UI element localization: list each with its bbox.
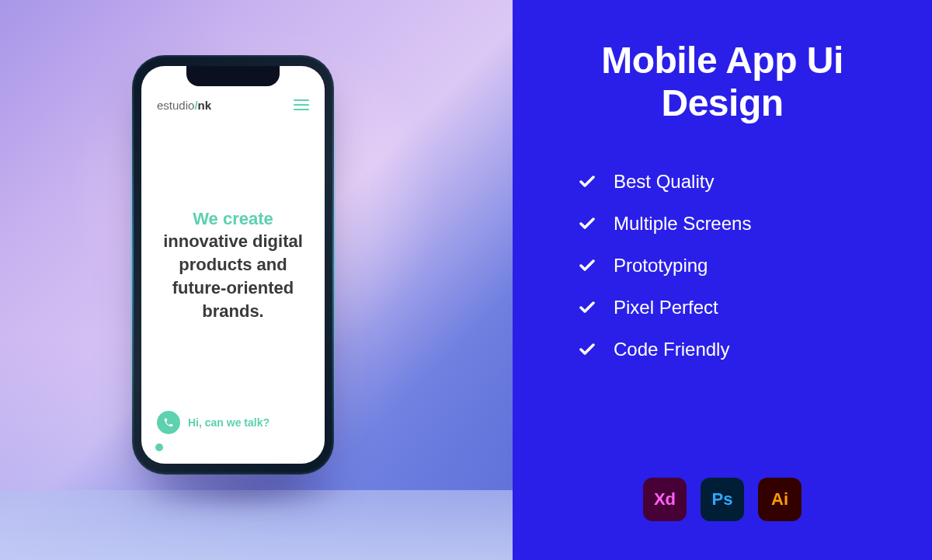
panel-title: Mobile App Ui Design — [547, 39, 898, 124]
check-icon — [578, 340, 596, 359]
logo-prefix: estudio — [157, 99, 194, 112]
chat-cta[interactable]: Hi, can we talk? — [157, 411, 309, 434]
chat-label: Hi, can we talk? — [188, 416, 270, 429]
check-icon — [578, 256, 596, 275]
logo-suffix: nk — [198, 99, 212, 112]
feature-item: Prototyping — [578, 255, 898, 277]
feature-label: Code Friendly — [614, 339, 729, 360]
feature-label: Multiple Screens — [614, 213, 751, 235]
hero-accent: We create — [193, 209, 273, 228]
feature-list: Best Quality Multiple Screens Prototypin… — [547, 171, 898, 462]
phone-shadow — [127, 471, 363, 510]
feature-label: Prototyping — [614, 255, 708, 277]
phone-call-icon — [157, 411, 180, 434]
adobe-photoshop-icon: Ps — [701, 478, 744, 521]
indicator-dot — [155, 443, 163, 451]
feature-label: Best Quality — [614, 171, 714, 193]
check-icon — [578, 172, 596, 191]
feature-item: Code Friendly — [578, 339, 898, 360]
hero-text: We create innovative digital products an… — [157, 120, 309, 411]
menu-icon[interactable] — [294, 99, 309, 110]
hero-body: innovative digital products and future-o… — [163, 231, 303, 320]
feature-label: Pixel Perfect — [614, 297, 718, 318]
tool-icons: Xd Ps Ai — [547, 478, 898, 521]
feature-item: Best Quality — [578, 171, 898, 193]
phone-frame: estudio/nk We create innovative digital … — [132, 55, 334, 475]
feature-item: Pixel Perfect — [578, 297, 898, 318]
info-panel: Mobile App Ui Design Best Quality Multip… — [513, 0, 932, 560]
check-icon — [578, 298, 596, 317]
check-icon — [578, 214, 596, 233]
feature-item: Multiple Screens — [578, 213, 898, 235]
logo[interactable]: estudio/nk — [157, 99, 211, 112]
phone-notch — [186, 66, 280, 86]
mockup-scene: estudio/nk We create innovative digital … — [0, 0, 513, 560]
app-header: estudio/nk — [157, 99, 309, 112]
adobe-illustrator-icon: Ai — [758, 478, 802, 521]
phone-screen: estudio/nk We create innovative digital … — [141, 66, 325, 464]
adobe-xd-icon: Xd — [643, 478, 687, 521]
